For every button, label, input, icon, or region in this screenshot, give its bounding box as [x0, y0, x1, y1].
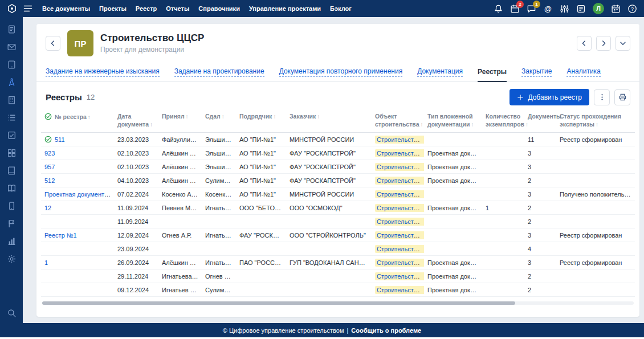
table-row[interactable]: Реестр №112.09.2024Огнев А.Р.Игнатьев А.… — [41, 228, 635, 242]
registry-number-link[interactable]: 923 — [44, 150, 55, 157]
calendar-icon[interactable] — [611, 4, 621, 14]
column-header[interactable]: Принял↑ — [158, 111, 202, 133]
registry-number-link[interactable]: Реестр №1 — [44, 232, 77, 239]
table-row[interactable]: Проектная документация07.02.2024Косенко … — [41, 187, 635, 201]
sort-arrow-icon[interactable]: ↑ — [596, 121, 598, 128]
tab-3[interactable]: Документация — [417, 63, 463, 81]
sort-arrow-icon[interactable]: ↑ — [150, 121, 153, 128]
tab-0[interactable]: Задание на инженерные изыскания — [46, 63, 160, 81]
table-row[interactable]: 51123.03.2023Файзуллин И.Э.Эльшина Ю.Ю.А… — [41, 133, 635, 146]
table-row[interactable]: 51204.10.2023Алёшкин К.Ю.Сулимова О.АО "… — [41, 174, 635, 187]
table-row[interactable]: 29.11.2024Игнатьева А.В.Огнев А.Р.Строит… — [41, 269, 635, 283]
registry-number-link[interactable]: 12 — [44, 205, 51, 211]
gear-icon[interactable] — [7, 254, 17, 264]
mail-icon[interactable] — [7, 42, 17, 52]
column-header[interactable]: Документы↑ — [524, 111, 556, 133]
object-link[interactable]: Строительство ЦЦСР — [377, 287, 424, 293]
horizontal-scrollbar-track[interactable] — [42, 301, 634, 305]
object-link[interactable]: Строительство ЦЦСР — [377, 205, 424, 211]
flag-icon[interactable] — [7, 219, 17, 228]
nav-item-1[interactable]: Проекты — [99, 5, 127, 12]
table-row[interactable]: 95702.10.2023Алёшкин К.Ю.Эльшина Ю.Ю.АО … — [41, 160, 635, 174]
column-header[interactable]: Статус прохождения экспертизы↑ — [556, 111, 635, 133]
object-link[interactable]: Строительство ЦЦСР — [377, 136, 424, 143]
registry-number-link[interactable]: 957 — [44, 164, 55, 170]
back-button[interactable] — [46, 36, 60, 51]
table-row[interactable]: 09.12.2024Игнатьев А.В.Сулимова О.Строит… — [41, 283, 635, 297]
table-row[interactable]: 92302.10.2023Алёшкин К.Ю.Эльшина Ю.Ю.АО … — [41, 146, 635, 160]
sort-arrow-icon[interactable]: ↑ — [186, 113, 189, 120]
object-link[interactable]: Строительство ЦЦСР — [377, 191, 424, 198]
object-link[interactable]: Строительство ЦЦСР — [377, 164, 424, 170]
sort-arrow-icon[interactable]: ↑ — [273, 113, 276, 120]
object-link[interactable]: Строительство ЦЦСР — [377, 150, 424, 157]
sort-arrow-icon[interactable]: ↑ — [421, 121, 423, 128]
table-row[interactable]: 23.09.2024Строительство ЦЦСР4 — [41, 242, 635, 256]
sort-arrow-icon[interactable]: ↑ — [88, 114, 91, 120]
registry-number-link[interactable]: 1 — [44, 259, 48, 266]
column-header[interactable]: Тип вложенной документации↑ — [424, 111, 482, 133]
book-open-icon[interactable] — [7, 183, 17, 193]
sort-arrow-icon[interactable]: ↑ — [525, 121, 528, 128]
tab-4[interactable]: Реестры — [478, 63, 507, 81]
tab-5[interactable]: Закрытие — [521, 63, 552, 81]
table-row[interactable]: 126.09.2024Алёшкин К.Ю.Игнатьев А.В.ПАО … — [41, 256, 635, 269]
nav-item-5[interactable]: Управление проектами — [249, 5, 321, 12]
column-header[interactable]: Объект строительства↑ — [372, 111, 424, 133]
report-problem-link[interactable]: Сообщить о проблеме — [351, 327, 421, 334]
user-avatar[interactable]: Л — [593, 3, 604, 14]
nav-item-0[interactable]: Все документы — [42, 5, 90, 12]
menu-icon[interactable] — [23, 3, 33, 14]
sort-arrow-icon[interactable]: ↑ — [317, 113, 320, 120]
tab-2[interactable]: Документация повторного применения — [279, 63, 403, 81]
object-link[interactable]: Строительство ЦЦСР — [377, 218, 424, 225]
grid-icon[interactable] — [7, 148, 17, 158]
column-header[interactable]: Количество экземпляров↑ — [482, 111, 524, 133]
print-button[interactable] — [614, 89, 630, 105]
book-icon[interactable] — [7, 166, 17, 175]
chart-icon[interactable] — [7, 236, 17, 246]
object-link[interactable]: Строительство ЦЦСР — [377, 273, 424, 280]
registry-number-link[interactable]: 512 — [44, 177, 55, 184]
checklist-icon[interactable] — [7, 130, 17, 140]
tablet-icon[interactable] — [7, 60, 17, 70]
app-logo-icon[interactable] — [7, 3, 17, 14]
tab-6[interactable]: Аналитика — [566, 63, 600, 81]
column-header[interactable]: Заказчик↑ — [286, 111, 372, 133]
tab-1[interactable]: Задание на проектирование — [174, 63, 264, 81]
registry-number-link[interactable]: 511 — [55, 136, 65, 143]
news-icon[interactable] — [576, 4, 586, 14]
document-icon[interactable] — [7, 24, 17, 34]
compass-icon[interactable] — [7, 77, 17, 87]
table-row[interactable]: 11.09.2024Строительство ЦЦСР2 — [41, 215, 635, 228]
search-icon[interactable] — [7, 308, 17, 318]
nav-item-6[interactable]: Бэклог — [330, 5, 352, 12]
building-icon[interactable] — [7, 95, 17, 105]
sort-arrow-icon[interactable]: ↑ — [222, 113, 225, 120]
bell-icon[interactable] — [494, 4, 503, 14]
inbox-icon[interactable]: 2 — [510, 4, 520, 14]
more-actions-button[interactable] — [594, 89, 610, 105]
device-icon[interactable] — [7, 201, 17, 211]
next-project-button[interactable] — [596, 36, 611, 51]
object-link[interactable]: Строительство ЦЦСР — [377, 232, 424, 239]
column-header[interactable]: Дата документа↑ — [114, 111, 158, 133]
mention-icon[interactable]: @ — [543, 4, 553, 14]
column-header[interactable]: Сдал↑ — [202, 111, 236, 133]
add-registry-button[interactable]: Добавить реестр — [510, 89, 589, 105]
nav-item-4[interactable]: Справочники — [198, 5, 240, 12]
horizontal-scrollbar-thumb[interactable] — [42, 301, 515, 305]
column-header[interactable]: № реестра↑ — [41, 111, 114, 133]
collapse-header-button[interactable] — [616, 36, 630, 51]
list-icon[interactable] — [7, 113, 17, 122]
prev-project-button[interactable] — [577, 36, 592, 51]
chat-icon[interactable]: 1 — [527, 4, 536, 14]
nav-item-2[interactable]: Реестр — [136, 5, 157, 12]
sort-arrow-icon[interactable]: ↑ — [471, 121, 474, 128]
table-row[interactable]: 1211.09.2024Певнев М.М.Игнатьев А.В.ООО … — [41, 201, 635, 215]
object-link[interactable]: Строительство ЦЦСР — [377, 246, 424, 252]
registry-number-link[interactable]: Проектная документация — [44, 191, 114, 198]
sliders-icon[interactable] — [560, 4, 569, 14]
help-icon[interactable]: ? — [627, 4, 637, 14]
object-link[interactable]: Строительство ЦЦСР — [377, 177, 424, 184]
